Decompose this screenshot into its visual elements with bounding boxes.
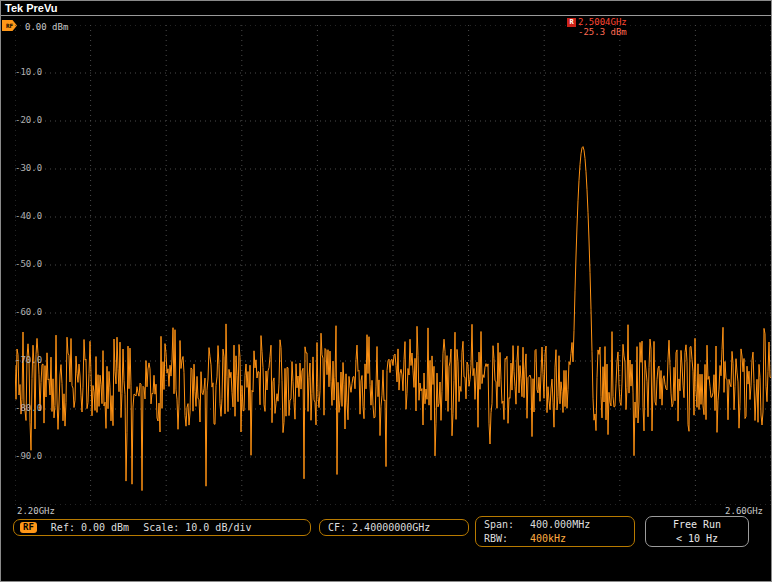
instrument-screen: Tek PreVu RF 0.00 dBm -10.0 -20.0 -30.0 … [0,0,772,582]
trigger-rate: < 10 Hz [646,532,748,546]
trigger-mode: Free Run [646,518,748,532]
cf-value: CF: 2.40000000GHz [328,522,430,533]
stop-frequency-label: 2.60GHz [725,506,763,516]
y-tick-label: -60.0 [15,307,42,317]
y-tick-label: -40.0 [15,211,42,221]
title-bar: Tek PreVu [1,1,771,16]
y-tick-label: -10.0 [15,67,42,77]
marker-frequency: 2.5004GHz [578,17,627,27]
marker-r-icon: R [567,18,576,27]
trigger-status-readout[interactable]: Free Run < 10 Hz [645,516,749,547]
rbw-label: RBW: [484,532,530,546]
spectrum-plot [15,25,771,505]
ref-level-value: Ref: 0.00 dBm [51,522,129,533]
acquisition-status: Tek PreVu [5,2,58,14]
rf-badge: RF [20,522,37,533]
center-frequency-readout[interactable]: CF: 2.40000000GHz [319,519,469,536]
scale-value: Scale: 10.0 dB/div [143,522,251,533]
span-label: Span: [484,518,530,532]
start-frequency-label: 2.20GHz [17,506,55,516]
marker-level: -25.3 dBm [578,27,627,37]
y-tick-label: -30.0 [15,163,42,173]
span-value: 400.000MHz [530,518,590,532]
marker-readout: R 2.5004GHz -25.3 dBm [567,17,627,37]
span-rbw-readout[interactable]: Span: 400.000MHz RBW: 400kHz [475,516,635,547]
ref-scale-readout[interactable]: RF Ref: 0.00 dBm Scale: 10.0 dB/div [13,519,311,536]
y-tick-label: -80.0 [15,403,42,413]
y-tick-label: -90.0 [15,451,42,461]
y-tick-label: -20.0 [15,115,42,125]
rbw-value: 400kHz [530,532,566,546]
y-tick-label: -50.0 [15,259,42,269]
ref-level-label: 0.00 dBm [25,22,68,32]
y-tick-label: -70.0 [15,355,42,365]
